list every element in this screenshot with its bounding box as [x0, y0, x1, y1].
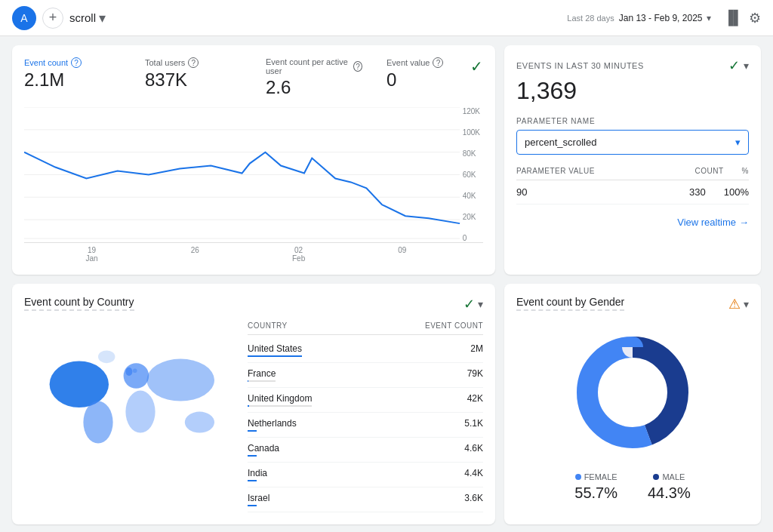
count-col-label: COUNT [695, 167, 724, 175]
metric-total-users: Total users ? 837K [145, 57, 242, 98]
y-label: 0 [463, 234, 480, 242]
country-col-label: COUNTRY [248, 321, 288, 330]
map-section-title: Event count by Country [24, 296, 134, 308]
country-count: 42K [467, 393, 483, 407]
country-table: COUNTRY EVENT COUNT United States 2M Fra… [248, 321, 483, 512]
status-check-icon: ✓ [470, 57, 483, 75]
gender-card: Event count by Gender ⚠ ▾ [504, 284, 761, 524]
param-table-header: PARAMETER VALUE COUNT % [516, 167, 749, 180]
event-count-card: Event count ? 2.1M Total users ? 837K Ev… [12, 45, 495, 275]
svg-point-7 [50, 361, 109, 407]
metric-count-per-user: Event count per active user ? 2.6 [266, 57, 362, 98]
param-table-row: 90 330 100% [516, 180, 749, 204]
param-table: PARAMETER VALUE COUNT % 90 330 100% [516, 167, 749, 204]
bottom-row: Event count by Country ✓ ▾ [12, 284, 761, 524]
male-pct: 44.3% [648, 484, 691, 502]
chevron-down-icon: ▾ [707, 13, 711, 23]
view-realtime-link[interactable]: View realtime → [516, 217, 749, 228]
metric-count-per-user-value: 2.6 [266, 77, 362, 98]
settings-icon[interactable]: ⚙ [749, 10, 761, 26]
svg-point-9 [124, 363, 149, 389]
x-label: 09 [398, 246, 406, 263]
female-pct: 55.7% [574, 484, 617, 502]
y-label: 80K [463, 149, 480, 158]
svg-point-13 [125, 367, 132, 376]
help-icon[interactable]: ? [433, 57, 443, 68]
help-icon[interactable]: ? [188, 57, 199, 68]
map-status[interactable]: ✓ ▾ [463, 296, 483, 312]
country-row: France 79K [248, 363, 483, 388]
country-name: India [248, 468, 267, 478]
country-name: United Kingdom [248, 393, 312, 404]
gender-card-header: Event count by Gender ⚠ ▾ [516, 296, 749, 312]
country-rows: United States 2M France 79K United Kingd… [248, 338, 483, 512]
warning-icon: ⚠ [728, 296, 741, 312]
country-name: France [248, 368, 276, 379]
avatar[interactable]: A [12, 6, 36, 30]
country-count: 4.4K [464, 468, 483, 481]
donut-svg [565, 324, 701, 460]
date-range-selector[interactable]: Last 28 days Jan 13 - Feb 9, 2025 ▾ [567, 13, 711, 23]
donut-chart [516, 324, 749, 460]
nav-right: Last 28 days Jan 13 - Feb 9, 2025 ▾ ▐▌ ⚙ [567, 10, 761, 26]
male-legend: MALE 44.3% [648, 472, 691, 502]
gender-status[interactable]: ⚠ ▾ [728, 296, 749, 312]
top-row: Event count ? 2.1M Total users ? 837K Ev… [12, 45, 761, 275]
svg-point-10 [125, 391, 155, 433]
map-content: COUNTRY EVENT COUNT United States 2M Fra… [24, 321, 483, 512]
metric-event-value-label: Event value ? [386, 57, 483, 68]
add-button[interactable]: + [42, 8, 63, 29]
check-icon: ✓ [463, 296, 475, 312]
gender-section-title: Event count by Gender [516, 296, 624, 308]
country-name: Canada [248, 443, 279, 454]
chevron-down-icon: ▾ [99, 10, 106, 26]
date-label: Last 28 days [567, 14, 614, 23]
map-card: Event count by Country ✓ ▾ [12, 284, 495, 524]
check-icon: ✓ [728, 57, 741, 74]
param-name-dropdown[interactable]: percent_scrolled ▾ [516, 130, 749, 155]
realtime-header: EVENTS IN LAST 30 MINUTES ✓ ▾ [516, 57, 749, 74]
param-name-label: PARAMETER NAME [516, 117, 749, 125]
help-icon[interactable]: ? [71, 57, 82, 68]
x-axis-labels: 19Jan 26 02Feb 09 [24, 246, 483, 263]
female-legend: FEMALE 55.7% [574, 472, 617, 502]
param-value-col-label: PARAMETER VALUE [516, 167, 595, 175]
male-label: MALE [662, 472, 685, 481]
country-count: 79K [467, 368, 483, 382]
country-name: Israel [248, 493, 269, 503]
metric-total-users-value: 837K [145, 69, 242, 91]
map-card-header: Event count by Country ✓ ▾ [24, 296, 483, 312]
dropdown-arrow-icon: ▾ [744, 60, 750, 72]
compare-icon[interactable]: ▐▌ [723, 10, 743, 26]
female-label-row: FEMALE [575, 472, 617, 481]
event-count-col-label: EVENT COUNT [425, 321, 483, 330]
country-row: United Kingdom 42K [248, 388, 483, 413]
female-dot [575, 474, 581, 480]
country-name: United States [248, 343, 302, 354]
country-row: Israel 3.6K [248, 487, 483, 512]
country-count: 2M [470, 343, 483, 357]
line-chart [24, 107, 483, 242]
gender-legend: FEMALE 55.7% MALE 44.3% [516, 472, 749, 502]
date-range-value: Jan 13 - Feb 9, 2025 [619, 13, 703, 23]
svg-point-14 [133, 368, 137, 373]
realtime-status[interactable]: ✓ ▾ [728, 57, 749, 74]
y-label: 20K [463, 213, 480, 221]
x-label: 02Feb [292, 246, 305, 263]
world-map [24, 321, 236, 512]
realtime-count: 1,369 [516, 77, 749, 105]
param-row-count: 330 [689, 186, 706, 198]
country-row: United States 2M [248, 338, 483, 363]
pct-col-label: % [742, 167, 749, 175]
metric-event-value: Event value ? 0 [386, 57, 483, 98]
world-map-svg [24, 321, 236, 472]
arrow-right-icon: → [739, 217, 749, 228]
y-axis-labels: 120K 100K 80K 60K 40K 20K 0 [460, 107, 483, 242]
dropdown-arrow-icon: ▾ [478, 298, 483, 310]
property-selector[interactable]: scroll ▾ [69, 10, 106, 26]
nav-left: A + scroll ▾ [12, 6, 106, 30]
help-icon[interactable]: ? [353, 61, 362, 72]
main-content: Event count ? 2.1M Total users ? 837K Ev… [0, 36, 773, 532]
y-label: 100K [463, 128, 480, 137]
y-label: 40K [463, 192, 480, 200]
